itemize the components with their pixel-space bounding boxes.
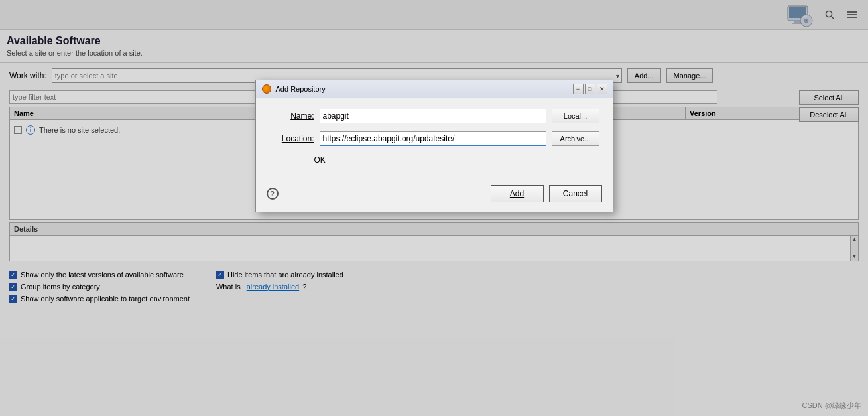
help-icon[interactable]: ? — [267, 188, 279, 200]
dialog-name-row: Name: Local... — [269, 109, 599, 123]
dialog-add-button[interactable]: Add — [491, 185, 544, 202]
dialog-title: Add Repository — [276, 85, 569, 93]
dialog-title-buttons: − □ ✕ — [573, 84, 607, 94]
dialog-location-input[interactable] — [320, 131, 546, 146]
dialog-close-button[interactable]: ✕ — [597, 84, 607, 94]
main-window: Available Software Select a site or ente… — [0, 0, 868, 416]
dialog-footer: ? Add Cancel — [256, 178, 613, 209]
dialog-overlay: Add Repository − □ ✕ Name: Local... — [0, 0, 868, 416]
local-button[interactable]: Local... — [552, 109, 599, 123]
dialog-ok-text: OK — [269, 154, 599, 166]
dialog-location-label: Location: — [269, 134, 314, 143]
eclipse-logo-icon — [262, 84, 271, 94]
dialog-body: Name: Local... Location: Archive... OK — [256, 98, 613, 178]
dialog-eclipse-icon — [261, 84, 272, 94]
dialog-location-row: Location: Archive... — [269, 131, 599, 146]
dialog-maximize-button[interactable]: □ — [585, 84, 595, 94]
add-repository-dialog: Add Repository − □ ✕ Name: Local... — [255, 80, 613, 212]
dialog-name-label: Name: — [269, 111, 314, 121]
archive-button[interactable]: Archive... — [552, 131, 599, 146]
dialog-minimize-button[interactable]: − — [573, 84, 584, 94]
dialog-ok-row: OK — [269, 154, 599, 171]
dialog-titlebar: Add Repository − □ ✕ — [256, 80, 613, 98]
dialog-cancel-button[interactable]: Cancel — [549, 185, 602, 202]
dialog-name-input[interactable] — [320, 109, 546, 123]
